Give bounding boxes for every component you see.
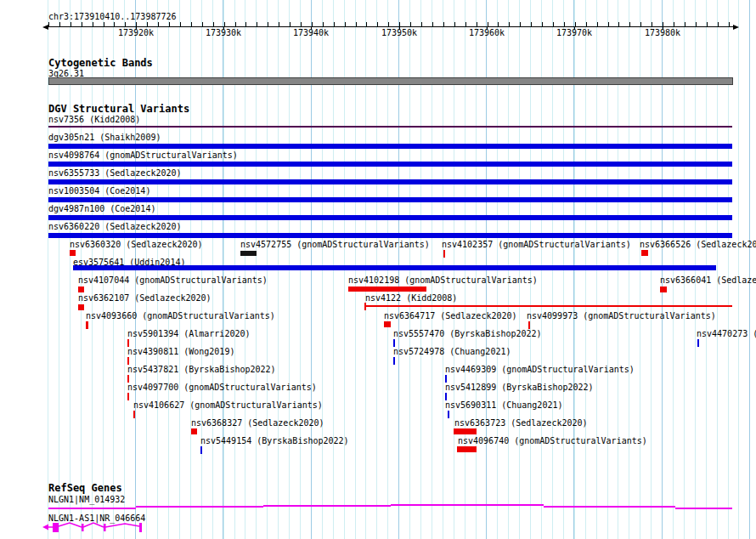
dgv-variant-label[interactable]: nsv1003504 (Coe2014) <box>48 186 150 196</box>
dgv-variant-label[interactable]: nsv6366041 (Sedlaze <box>660 275 756 285</box>
dgv-variant-feature[interactable] <box>364 305 732 307</box>
dgv-variant-feature[interactable] <box>457 446 477 452</box>
dgv-variant-feature[interactable] <box>240 251 257 256</box>
dgv-variant-label[interactable]: nsv5690311 (Chuang2021) <box>445 400 562 410</box>
dgv-variant-feature[interactable] <box>48 215 732 220</box>
dgv-variant-feature[interactable] <box>127 357 129 365</box>
dgv-variant-label[interactable]: nsv4572755 (gnomADStructuralVariants) <box>240 240 430 249</box>
dgv-variant-label[interactable]: nsv6363723 (Sedlazeck2020) <box>454 418 588 428</box>
dgv-variant-label[interactable]: nsv4093660 (gnomADStructuralVariants) <box>86 311 275 321</box>
dgv-variant-label[interactable]: nsv4390811 (Wong2019) <box>127 347 234 356</box>
ruler-major-tick <box>136 26 137 30</box>
dgv-variant-feature[interactable] <box>86 321 88 329</box>
cytoband-bar[interactable] <box>48 77 733 85</box>
dgv-variant-label[interactable]: nsv5901394 (Almarri2020) <box>127 329 251 338</box>
dgv-variant-feature[interactable] <box>393 357 395 365</box>
dgv-variant-label[interactable]: nsv4097700 (gnomADStructuralVariants) <box>127 383 317 392</box>
ruler-major-tick <box>223 26 224 30</box>
dgv-variant-feature[interactable] <box>443 250 445 258</box>
dgv-variant-feature[interactable] <box>200 446 202 454</box>
dgv-variant-feature[interactable] <box>48 144 732 149</box>
dgv-variant-feature[interactable] <box>48 233 732 238</box>
ruler-axis[interactable] <box>45 26 736 27</box>
dgv-variant-label[interactable]: nsv4102357 (gnomADStructuralVariants) <box>442 240 631 249</box>
dgv-variant-feature[interactable] <box>454 428 477 434</box>
dgv-variant-feature[interactable] <box>127 375 129 383</box>
dgv-variant-feature[interactable] <box>78 304 84 310</box>
position-label: chr3:173910410..173987726 <box>48 12 177 21</box>
dgv-variant-feature[interactable] <box>445 393 447 400</box>
ruler-major-tick <box>399 26 400 30</box>
dgv-variant-feature[interactable] <box>191 428 197 434</box>
dgv-variant-label[interactable]: nsv6366526 (Sedlazeck20 <box>640 240 756 249</box>
dgv-variant-label[interactable]: nsv6360320 (Sedlazeck2020) <box>70 240 203 249</box>
dgv-variant-label[interactable]: nsv4106627 (gnomADStructuralVariants) <box>133 400 323 410</box>
dgv-variant-feature[interactable] <box>48 162 732 167</box>
dgv-track-title: DGV Structural Variants <box>48 104 189 114</box>
ruler-left-arrow-icon <box>42 25 48 30</box>
gene-line-segment[interactable] <box>675 508 732 509</box>
ruler-right-arrow-icon <box>733 25 739 30</box>
dgv-variant-label[interactable]: nsv6355733 (Sedlazeck2020) <box>48 168 182 178</box>
dgv-variant-label[interactable]: nsv7356 (Kidd2008) <box>48 115 140 124</box>
dgv-variant-feature[interactable] <box>70 250 76 256</box>
dgv-variant-label[interactable]: nsv5412899 (ByrskaBishop2022) <box>445 383 594 392</box>
dgv-variant-label[interactable]: dgv305n21 (Shaikh2009) <box>48 133 161 142</box>
dgv-variant-feature[interactable] <box>641 250 648 256</box>
dgv-variant-feature[interactable] <box>445 375 447 383</box>
gene-line-segment[interactable] <box>136 506 263 508</box>
gene-line-segment[interactable] <box>263 505 391 507</box>
dgv-variant-feature[interactable] <box>384 321 391 327</box>
dgv-variant-label[interactable]: nsv4102198 (gnomADStructuralVariants) <box>348 275 538 285</box>
dgv-variant-feature[interactable] <box>48 179 732 184</box>
dgv-variant-label[interactable]: nsv4122 (Kidd2008) <box>365 293 457 303</box>
dgv-variant-label[interactable]: nsv5724978 (Chuang2021) <box>393 347 511 356</box>
dgv-variant-label[interactable]: nsv6362107 (Sedlazeck2020) <box>78 293 212 303</box>
gene-label-nlgn1[interactable]: NLGN1|NM_014932 <box>48 495 125 504</box>
dgv-variant-feature[interactable] <box>393 339 395 347</box>
dgv-variant-label[interactable]: nsv6364717 (Sedlazeck2020) <box>384 311 517 321</box>
dgv-variant-feature[interactable] <box>528 321 530 329</box>
ruler-major-tick <box>487 26 488 30</box>
ruler-major-tick <box>311 26 312 30</box>
dgv-variant-label[interactable]: nsv4096740 (gnomADStructuralVariants) <box>458 436 647 445</box>
dgv-variant-label[interactable]: nsv5557470 (ByrskaBishop2022) <box>393 329 542 338</box>
gene-line-segment[interactable] <box>391 504 544 506</box>
dgv-variant-label[interactable]: nsv4098764 (gnomADStructuralVariants) <box>48 150 238 160</box>
dgv-variant-feature[interactable] <box>48 197 732 202</box>
gene-line-segment[interactable] <box>544 506 675 508</box>
dgv-variant-label[interactable]: nsv6360220 (Sedlazeck2020) <box>48 222 182 231</box>
dgv-variant-label[interactable]: nsv6368327 (Sedlazeck2020) <box>191 418 324 428</box>
dgv-variant-feature[interactable] <box>78 287 84 292</box>
dgv-variant-label[interactable]: nsv4470273 ( <box>697 329 756 338</box>
refseq-track-title: RefSeq Genes <box>48 483 122 493</box>
cytobands-track-title: Cytogenetic Bands <box>48 58 153 68</box>
gene-line-segment[interactable] <box>48 508 136 509</box>
dgv-variant-label[interactable]: nsv5449154 (ByrskaBishop2022) <box>200 436 349 445</box>
gene-model-nlgn1-as1[interactable] <box>42 520 148 536</box>
dgv-variant-feature-bracket <box>364 303 366 310</box>
dgv-variant-feature[interactable] <box>133 411 135 418</box>
dgv-variant-feature[interactable] <box>660 287 667 292</box>
genome-browser-view: chr3:173910410..173987726 173920k173930k… <box>0 0 756 539</box>
ruler-major-tick <box>663 26 663 30</box>
dgv-variant-feature[interactable] <box>697 339 699 347</box>
dgv-variant-feature[interactable] <box>127 393 129 400</box>
dgv-variant-label[interactable]: dgv4987n100 (Coe2014) <box>48 204 155 213</box>
dgv-variant-label[interactable]: nsv4107044 (gnomADStructuralVariants) <box>78 275 268 285</box>
dgv-variant-feature[interactable] <box>73 265 716 270</box>
dgv-variant-label[interactable]: nsv4469309 (gnomADStructuralVariants) <box>445 365 635 374</box>
ruler-major-tick <box>574 26 575 30</box>
dgv-variant-feature[interactable] <box>448 411 449 418</box>
dgv-variant-feature[interactable] <box>48 126 732 128</box>
ruler-ticks <box>48 22 733 26</box>
dgv-variant-feature[interactable] <box>127 339 129 347</box>
dgv-variant-label[interactable]: nsv5437821 (ByrskaBishop2022) <box>127 365 276 374</box>
dgv-variant-label[interactable]: nsv4099973 (gnomADStructuralVariants) <box>527 311 716 321</box>
dgv-variant-feature[interactable] <box>348 287 426 292</box>
